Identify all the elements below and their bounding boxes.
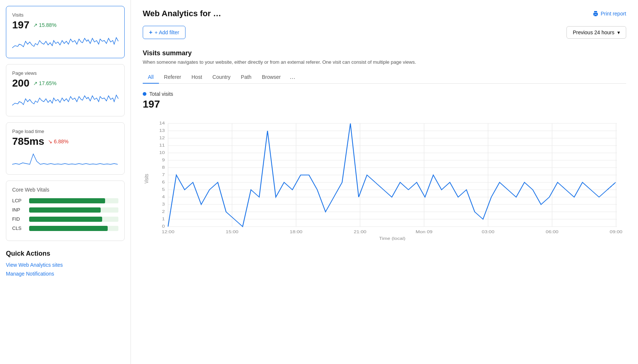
tab-more[interactable]: … — [286, 71, 299, 83]
svg-text:12:00: 12:00 — [162, 230, 174, 234]
tab-all[interactable]: All — [143, 71, 159, 84]
time-range-label: Previous 24 hours — [573, 29, 614, 35]
vital-lcp-bar-bg — [29, 198, 118, 203]
visits-chart: .grid-line { stroke: #e8e8e8; stroke-wid… — [143, 116, 626, 241]
svg-text:14: 14 — [159, 121, 165, 125]
vital-cls-label: CLS — [12, 225, 25, 231]
core-web-vitals-card: Core Web Vitals LCP INP FID CLS — [6, 181, 125, 241]
svg-text:9: 9 — [162, 158, 165, 162]
vital-cls-bar — [29, 226, 108, 231]
sidebar: Visits 197 ↗ 15.88% Page views 200 ↗ 17.… — [0, 0, 131, 364]
svg-text:0: 0 — [162, 224, 165, 228]
vital-inp-label: INP — [12, 207, 25, 213]
pageviews-value: 200 — [12, 77, 30, 89]
svg-text:8: 8 — [162, 165, 165, 169]
svg-text:3: 3 — [162, 202, 165, 206]
vitals-title: Core Web Vitals — [12, 187, 118, 193]
svg-text:2: 2 — [162, 209, 165, 214]
svg-text:12: 12 — [159, 136, 165, 140]
visits-label: Visits — [12, 12, 118, 18]
svg-text:18:00: 18:00 — [290, 230, 302, 234]
tab-browser[interactable]: Browser — [257, 71, 286, 84]
print-icon — [593, 11, 599, 17]
quick-actions-section: Quick Actions View Web Analytics sites M… — [6, 247, 125, 280]
total-visits-label: Total visits — [149, 91, 173, 97]
pageviews-sparkline — [12, 92, 118, 109]
pageviews-card: Page views 200 ↗ 17.65% — [6, 64, 125, 116]
section-desc: When someone navigates to your website, … — [143, 59, 626, 65]
total-visits-dot — [143, 92, 146, 96]
loadtime-value: 785ms — [12, 136, 44, 147]
tab-referer[interactable]: Referer — [159, 71, 187, 84]
loadtime-card: Page load time 785ms ↘ 6.88% — [6, 122, 125, 175]
vital-lcp-row: LCP — [12, 198, 118, 203]
section-title: Visits summary — [143, 49, 626, 57]
tab-host[interactable]: Host — [186, 71, 207, 84]
print-report-label: Print report — [601, 11, 626, 17]
loadtime-sparkline — [12, 150, 118, 167]
time-range-button[interactable]: Previous 24 hours ▾ — [566, 26, 626, 39]
pageviews-change: ↗ 17.65% — [33, 80, 56, 86]
add-filter-icon: + — [149, 29, 152, 36]
quick-actions-title: Quick Actions — [6, 250, 125, 258]
summary-tabs: All Referer Host Country Path Browser … — [143, 71, 626, 84]
tab-path[interactable]: Path — [236, 71, 257, 84]
filter-row: + + Add filter Previous 24 hours ▾ — [143, 26, 626, 39]
svg-text:09:00: 09:00 — [610, 230, 622, 234]
vital-lcp-label: LCP — [12, 198, 25, 203]
add-filter-button[interactable]: + + Add filter — [143, 26, 185, 39]
add-filter-label: + Add filter — [155, 29, 179, 35]
svg-text:11: 11 — [159, 143, 165, 147]
svg-text:Visits: Visits — [144, 174, 149, 183]
svg-rect-0 — [594, 15, 597, 16]
vital-fid-row: FID — [12, 216, 118, 222]
print-report-button[interactable]: Print report — [593, 11, 626, 17]
svg-text:21:00: 21:00 — [354, 230, 366, 234]
vital-lcp-bar — [29, 198, 105, 203]
visits-card: Visits 197 ↗ 15.88% — [6, 6, 125, 58]
vital-inp-bar — [29, 207, 101, 213]
svg-text:Time (local): Time (local) — [379, 236, 405, 241]
svg-text:Mon 09: Mon 09 — [416, 230, 433, 234]
svg-text:6: 6 — [162, 180, 165, 184]
view-sites-link[interactable]: View Web Analytics sites — [6, 262, 125, 268]
svg-text:06:00: 06:00 — [546, 230, 558, 234]
vital-cls-bar-bg — [29, 226, 118, 231]
manage-notifications-link[interactable]: Manage Notifications — [6, 271, 125, 277]
tab-country[interactable]: Country — [207, 71, 236, 84]
chevron-down-icon: ▾ — [617, 29, 620, 35]
visits-sparkline — [12, 34, 118, 50]
visits-change: ↗ 15.88% — [33, 22, 56, 28]
vital-fid-bar-bg — [29, 217, 118, 222]
svg-text:15:00: 15:00 — [226, 230, 238, 234]
loadtime-label: Page load time — [12, 129, 118, 134]
visits-value: 197 — [12, 19, 30, 31]
vital-fid-bar — [29, 217, 102, 222]
svg-text:1: 1 — [162, 217, 165, 221]
visits-summary-section: Visits summary When someone navigates to… — [143, 49, 626, 243]
loadtime-change: ↘ 6.88% — [48, 139, 69, 144]
svg-text:7: 7 — [162, 172, 165, 177]
svg-text:03:00: 03:00 — [482, 230, 494, 234]
svg-text:5: 5 — [162, 187, 165, 192]
total-visits-row: Total visits — [143, 91, 626, 97]
pageviews-label: Page views — [12, 70, 118, 76]
total-visits-value: 197 — [143, 98, 626, 110]
vital-fid-label: FID — [12, 216, 25, 222]
svg-text:13: 13 — [159, 128, 165, 133]
svg-text:10: 10 — [159, 150, 165, 155]
chart-area: .grid-line { stroke: #e8e8e8; stroke-wid… — [143, 116, 626, 243]
svg-text:4: 4 — [162, 195, 165, 199]
vital-inp-bar-bg — [29, 207, 118, 213]
vital-cls-row: CLS — [12, 225, 118, 231]
vital-inp-row: INP — [12, 207, 118, 213]
main-content: Web Analytics for … Print report + + Add… — [131, 0, 638, 364]
page-title: Web Analytics for … — [143, 9, 221, 18]
main-header: Web Analytics for … Print report — [143, 9, 626, 18]
